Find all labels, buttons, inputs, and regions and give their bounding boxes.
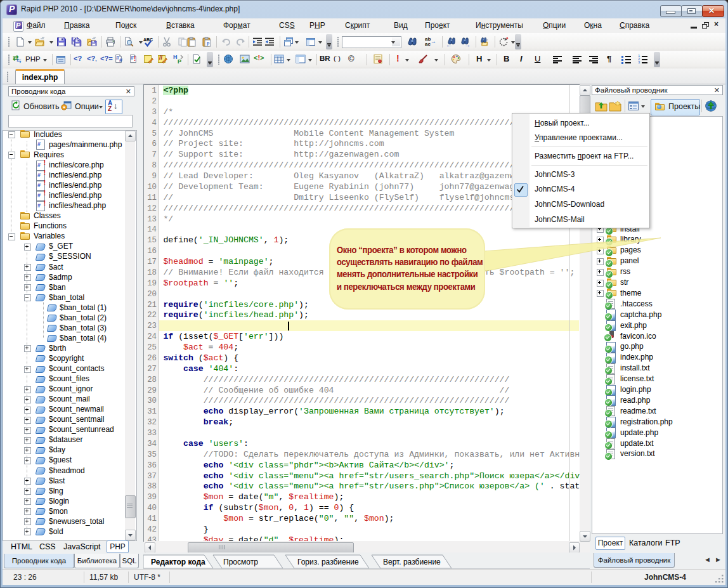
svg-text:Просмотр: Просмотр [223, 558, 258, 566]
svg-text:Гориз. разбиение: Гориз. разбиение [297, 558, 359, 566]
svg-text:Верт. разбиение: Верт. разбиение [383, 558, 441, 566]
svg-text:Редактор кода: Редактор кода [151, 558, 205, 566]
